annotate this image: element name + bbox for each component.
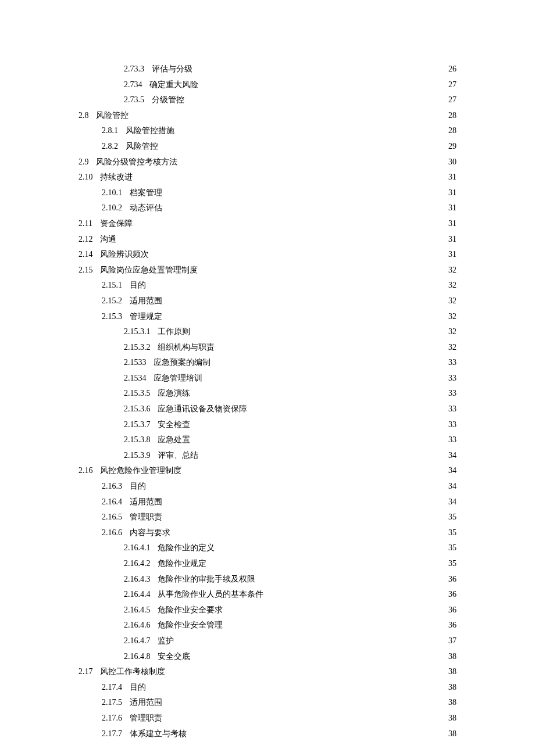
section-title: 分级管控 bbox=[152, 92, 184, 108]
page-number: 31 bbox=[444, 170, 456, 185]
section-number: 2.16.4.5 bbox=[124, 603, 151, 618]
dot-leader bbox=[150, 249, 440, 257]
dot-leader bbox=[256, 574, 440, 582]
dot-leader bbox=[163, 712, 440, 721]
dot-leader bbox=[163, 187, 440, 195]
toc-entry: 2.73.5分级管控27 bbox=[79, 92, 456, 108]
page-number: 32 bbox=[444, 263, 456, 278]
section-number: 2.15 bbox=[79, 263, 93, 278]
section-title: 组织机构与职责 bbox=[158, 340, 215, 356]
page-number: 33 bbox=[444, 355, 456, 371]
page-number: 32 bbox=[444, 278, 456, 293]
toc-entry: 2.734确定重大风险27 bbox=[79, 77, 456, 93]
section-title: 工作原则 bbox=[158, 324, 190, 340]
toc-entry: 2.15.3.6应急通讯设备及物资保障33 bbox=[79, 402, 456, 417]
page-number: 33 bbox=[444, 432, 456, 448]
section-title: 风险管控措施 bbox=[126, 123, 174, 139]
dot-leader bbox=[147, 682, 440, 690]
page-number: 31 bbox=[444, 185, 456, 201]
toc-entry: 2.16.4.5危险作业安全要求36 bbox=[79, 603, 456, 618]
section-title: 目的 bbox=[130, 479, 146, 495]
toc-entry: 2.15.2适用范围32 bbox=[79, 293, 456, 309]
toc-entry: 2.17.4目的38 bbox=[79, 680, 456, 696]
page-number: 38 bbox=[444, 726, 456, 742]
section-number: 2.73.5 bbox=[124, 92, 144, 108]
section-title: 目的 bbox=[130, 278, 146, 293]
section-number: 2.17 bbox=[79, 664, 93, 680]
toc-entry: 2.17.6管理职责38 bbox=[79, 711, 456, 726]
section-title: 风控危险作业管理制度 bbox=[100, 463, 181, 479]
page-number: 32 bbox=[444, 293, 456, 309]
toc-entry: 2.15.3管理规定32 bbox=[79, 309, 456, 325]
dot-leader bbox=[134, 171, 440, 180]
section-number: 2.16.4.7 bbox=[124, 633, 151, 649]
dot-leader bbox=[186, 94, 440, 102]
toc-entry: 2.15.3.7安全检查33 bbox=[79, 417, 456, 433]
section-number: 2.15.1 bbox=[102, 278, 122, 293]
page-number: 28 bbox=[444, 108, 456, 124]
section-number: 2.11 bbox=[79, 216, 92, 232]
dot-leader bbox=[134, 218, 440, 226]
dot-leader bbox=[194, 63, 440, 71]
dot-leader bbox=[117, 234, 440, 242]
section-title: 目的 bbox=[130, 680, 146, 696]
toc-entry: 2.10.2动态评估31 bbox=[79, 200, 456, 216]
section-title: 安全交底 bbox=[158, 649, 190, 665]
page-number: 35 bbox=[444, 556, 456, 572]
section-title: 管理规定 bbox=[130, 309, 162, 325]
toc-entry: 2.11资金保障31 bbox=[79, 216, 456, 232]
page-number: 32 bbox=[444, 340, 456, 356]
section-title: 风险辨识频次 bbox=[100, 247, 149, 263]
dot-leader bbox=[188, 728, 440, 736]
page-number: 35 bbox=[444, 510, 456, 525]
page-number: 36 bbox=[444, 587, 456, 603]
dot-leader bbox=[175, 635, 440, 643]
section-title: 应急演练 bbox=[158, 386, 190, 402]
toc-entry: 2.17风控工作考核制度38 bbox=[79, 664, 456, 680]
page-number: 29 bbox=[444, 139, 456, 155]
toc-entry: 2.16.5管理职责35 bbox=[79, 510, 456, 525]
dot-leader bbox=[224, 619, 440, 628]
page-number: 31 bbox=[444, 247, 456, 263]
page-number: 34 bbox=[444, 448, 456, 464]
toc-entry: 2.8.2风险管控29 bbox=[79, 139, 456, 155]
toc-entry: 2.16.3目的34 bbox=[79, 479, 456, 495]
dot-leader bbox=[179, 156, 440, 164]
toc-entry: 2.12沟通31 bbox=[79, 232, 456, 248]
section-number: 2.12 bbox=[79, 232, 93, 248]
section-number: 2.15.3.2 bbox=[124, 340, 151, 356]
toc-entry: 2.16.4.3危险作业的审批手续及权限36 bbox=[79, 572, 456, 587]
section-title: 资金保障 bbox=[100, 216, 133, 232]
section-number: 2.16.6 bbox=[102, 525, 122, 541]
section-title: 持续改进 bbox=[100, 170, 133, 185]
section-number: 2.15.3.9 bbox=[124, 448, 151, 464]
dot-leader bbox=[159, 141, 440, 149]
section-number: 2.15.3.1 bbox=[124, 324, 151, 340]
section-number: 2.8 bbox=[79, 108, 89, 124]
dot-leader bbox=[176, 125, 440, 133]
dot-leader bbox=[199, 264, 440, 273]
section-number: 2.9 bbox=[79, 155, 89, 170]
section-title: 沟通 bbox=[100, 232, 116, 248]
dot-leader bbox=[163, 496, 440, 504]
toc-entry: 2.15.3.9评审、总结34 bbox=[79, 448, 456, 464]
dot-leader bbox=[248, 403, 440, 411]
section-number: 2.16.4.1 bbox=[124, 540, 151, 556]
page-number: 35 bbox=[444, 525, 456, 541]
toc-entry: 2.9风险分级管控考核方法30 bbox=[79, 155, 456, 170]
page-number: 31 bbox=[444, 232, 456, 248]
section-title: 评审、总结 bbox=[158, 448, 198, 464]
page-number: 36 bbox=[444, 572, 456, 587]
section-title: 内容与要求 bbox=[130, 525, 170, 541]
section-title: 适用范围 bbox=[130, 495, 162, 510]
page-number: 35 bbox=[444, 540, 456, 556]
dot-leader bbox=[130, 110, 440, 118]
section-title: 应急管理培训 bbox=[154, 371, 202, 386]
toc-entry: 2.8.1风险管控措施28 bbox=[79, 123, 456, 139]
section-number: 2.8.1 bbox=[102, 123, 118, 139]
section-number: 2.17.6 bbox=[102, 711, 122, 726]
section-title: 体系建立与考核 bbox=[130, 726, 187, 742]
section-title: 风险管控 bbox=[126, 139, 158, 155]
toc-entry: 2.17.5适用范围38 bbox=[79, 695, 456, 711]
page-number: 32 bbox=[444, 324, 456, 340]
